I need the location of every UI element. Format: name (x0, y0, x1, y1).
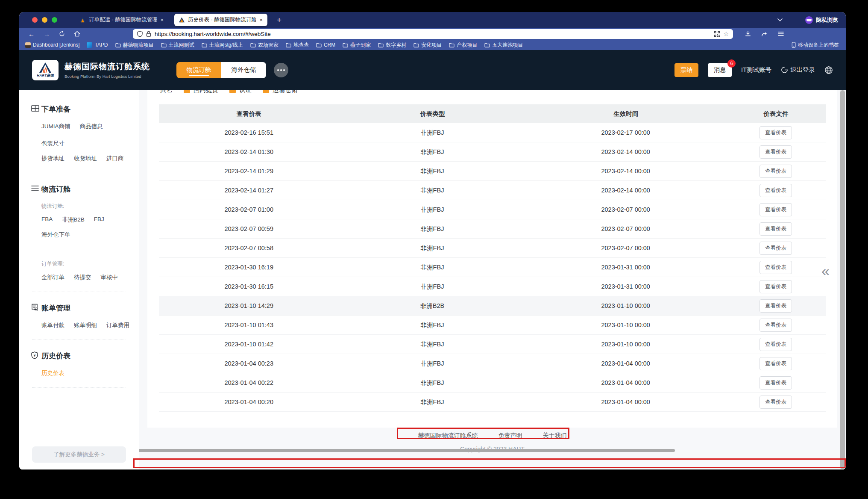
sidebar-link[interactable]: 非洲B2B (62, 216, 85, 224)
bookmark-mobile[interactable]: 移动设备上的书签 (792, 41, 839, 49)
view-price-button[interactable]: 查看价表 (760, 145, 792, 159)
settle-button[interactable]: 票结 (674, 63, 698, 77)
chevron-down-icon[interactable] (777, 17, 783, 23)
sidebar-link[interactable]: 全部订单 (41, 274, 65, 281)
private-browsing-badge: 隐私浏览 (805, 16, 838, 24)
tab-close-icon[interactable]: × (259, 17, 263, 23)
tab-close-icon[interactable]: × (160, 17, 164, 23)
sidebar-link[interactable]: 提货地址 (41, 155, 65, 162)
screen: 订单配运 - 赫德国际物流管理系统 × 历史价表 - 赫德国际物流订舱系统 × … (0, 0, 868, 499)
view-price-button[interactable]: 查看价表 (760, 126, 792, 139)
bookmark-jenkins[interactable]: Dashboard [Jenkins] (25, 42, 79, 48)
collapse-chevron-icon[interactable]: « (821, 263, 830, 278)
sidebar-link[interactable]: 商品信息 (80, 123, 103, 130)
view-price-button[interactable]: 查看价表 (760, 319, 792, 332)
sidebar-link[interactable]: 海外仓下单 (41, 231, 70, 239)
forward-icon[interactable]: → (44, 31, 50, 37)
price-history-table: 查看价表 价表类型 生效时间 价表文件 2023-02-16 15:51 (159, 104, 826, 412)
sidebar-link[interactable]: 账单付款 (41, 322, 65, 329)
cell-price-type: 非洲FBJ (339, 225, 525, 233)
cell-price-type: 非洲FBJ (339, 129, 525, 137)
horizontal-scrollbar-thumb[interactable] (139, 449, 675, 452)
browser-tab-active[interactable]: 历史价表 - 赫德国际物流订舱系统 × (174, 14, 267, 26)
vertical-scrollbar[interactable] (840, 90, 845, 469)
divider (32, 387, 126, 388)
nav-tab-booking[interactable]: 物流订舱 (176, 62, 221, 78)
browser-tab-inactive[interactable]: 订单配运 - 赫德国际物流管理系统 × (75, 14, 168, 26)
view-price-button[interactable]: 查看价表 (760, 222, 792, 236)
legend-item[interactable]: 认证 (229, 90, 252, 94)
sidebar-link[interactable]: 包装尺寸 (41, 140, 65, 148)
sidebar-link[interactable]: 待提交 (74, 274, 91, 281)
sidebar-link-price-history[interactable]: 历史价表 (41, 369, 65, 377)
bookmark-tapd[interactable]: TAPD (87, 42, 108, 48)
url-bar[interactable]: https://booking.hart-worldwide.com/#/web… (133, 29, 733, 39)
bookmark-folder[interactable]: 产权项目 (449, 41, 477, 49)
bookmark-folder[interactable]: CRM (316, 42, 335, 48)
view-price-button[interactable]: 查看价表 (760, 396, 792, 409)
view-price-button[interactable]: 查看价表 (760, 203, 792, 216)
vertical-scrollbar-thumb[interactable] (840, 90, 845, 469)
close-window-button[interactable] (32, 17, 38, 23)
legend-item[interactable]: 其它 (160, 90, 173, 94)
cell-price-type: 非洲FBJ (339, 379, 525, 387)
legend-item[interactable]: 国内提货 (184, 90, 218, 94)
bookmark-folder[interactable]: 农场管家 (250, 41, 279, 49)
view-price-button[interactable]: 查看价表 (760, 280, 792, 293)
new-tab-button[interactable]: + (274, 15, 284, 25)
main-content: 其它 国内提货 认证 运输仓储 查看价表 价表类型 生效时间 价表文件 (139, 90, 846, 469)
view-price-button[interactable]: 查看价表 (760, 299, 792, 313)
sidebar-link[interactable]: 审核中 (101, 274, 118, 281)
bookmark-folder[interactable]: 地查查 (286, 41, 309, 49)
view-price-button[interactable]: 查看价表 (760, 357, 792, 370)
messages-button[interactable]: 消息 6 (708, 63, 732, 77)
bookmark-folder[interactable]: 土流网stg/线上 (202, 41, 243, 49)
qr-code-icon[interactable] (714, 31, 720, 37)
view-price-button[interactable]: 查看价表 (760, 338, 792, 351)
globe-icon[interactable] (824, 66, 833, 74)
bookmark-folder[interactable]: 土流网测试 (161, 41, 194, 49)
sidebar-link[interactable]: JUMIA商铺 (41, 123, 70, 130)
sidebar-link[interactable]: FBA (41, 216, 53, 224)
cell-effective-time: 2023-02-07 00:00 (526, 225, 726, 232)
reload-icon[interactable] (59, 31, 65, 37)
redo-arrow-icon[interactable] (761, 31, 768, 37)
view-price-button[interactable]: 查看价表 (760, 165, 792, 178)
downloads-icon[interactable] (745, 31, 751, 37)
view-price-button[interactable]: 查看价表 (760, 184, 792, 197)
sidebar-link[interactable]: 进口商 (106, 155, 124, 162)
view-price-button[interactable]: 查看价表 (760, 261, 792, 274)
legend-item[interactable]: 运输仓储 (263, 90, 297, 94)
view-price-button[interactable]: 查看价表 (760, 242, 792, 255)
webpage: HART赫德 赫德国际物流订舱系统 Booking Platform By Ha… (19, 50, 846, 469)
sidebar-link[interactable]: 账单明细 (74, 322, 97, 329)
bookmark-folder[interactable]: 赫德物流项目 (115, 41, 154, 49)
cell-effective-time: 2023-01-04 00:00 (526, 399, 726, 405)
back-icon[interactable]: ← (28, 31, 35, 37)
more-nav-button[interactable] (274, 63, 288, 77)
bookmark-folder[interactable]: 安化项目 (413, 41, 442, 49)
nav-tab-overseas-warehouse[interactable]: 海外仓储 (221, 62, 266, 78)
view-price-button[interactable]: 查看价表 (760, 376, 792, 390)
url-text[interactable]: https://booking.hart-worldwide.com/#/web… (155, 31, 271, 37)
menu-hamburger-icon[interactable] (778, 31, 784, 36)
learn-more-button[interactable]: 了解更多赫德业务 > (32, 446, 126, 463)
cell-effective-time: 2023-01-31 00:00 (526, 264, 726, 271)
home-icon[interactable] (74, 31, 80, 37)
logout-link[interactable]: 退出登录 (781, 66, 815, 74)
svg-text:¥: ¥ (34, 354, 36, 357)
minimize-window-button[interactable] (42, 17, 47, 23)
bookmark-star-icon[interactable]: ☆ (723, 30, 729, 37)
sidebar-group-label: 物流订舱: (41, 203, 139, 210)
bookmark-folder[interactable]: 五大连池项目 (484, 41, 523, 49)
bookmark-folder[interactable]: 燕子到家 (343, 41, 371, 49)
cell-effective-time: 2023-02-07 00:00 (526, 206, 726, 213)
cell-effective-time: 2023-01-10 00:00 (526, 322, 726, 328)
hart-logo[interactable]: HART赫德 (32, 60, 59, 80)
maximize-window-button[interactable] (52, 17, 57, 23)
bookmark-folder[interactable]: 数字乡村 (378, 41, 406, 49)
sidebar-link[interactable]: FBJ (94, 216, 104, 224)
sidebar-link[interactable]: 收货地址 (74, 155, 97, 162)
sidebar-link[interactable]: 订单费用 (106, 322, 129, 329)
account-name[interactable]: IT测试账号 (741, 66, 771, 74)
